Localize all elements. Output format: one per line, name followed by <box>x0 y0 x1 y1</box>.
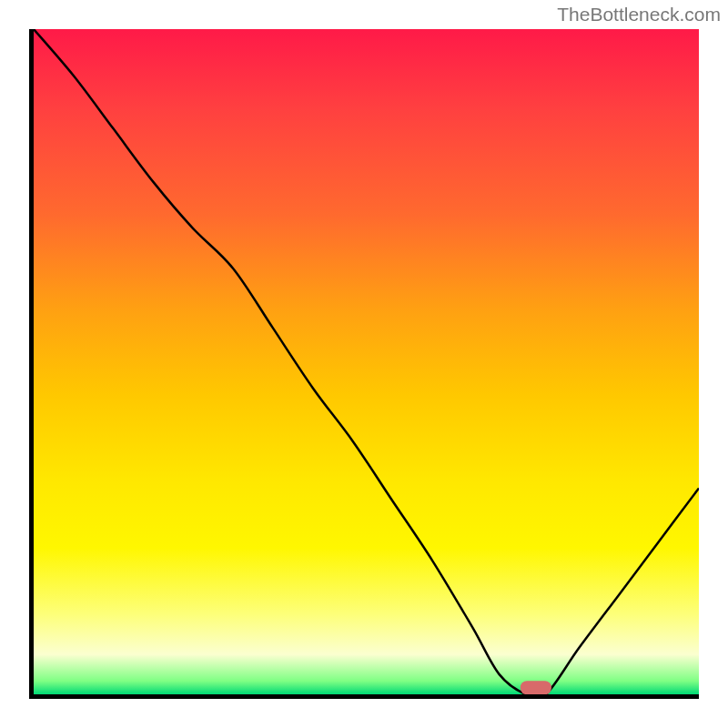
chart-svg <box>34 29 699 694</box>
optimum-marker <box>521 681 551 694</box>
watermark-text: TheBottleneck.com <box>557 4 721 25</box>
bottleneck-curve <box>34 29 699 694</box>
chart-container: TheBottleneck.com <box>0 0 728 728</box>
plot-area <box>29 29 699 699</box>
